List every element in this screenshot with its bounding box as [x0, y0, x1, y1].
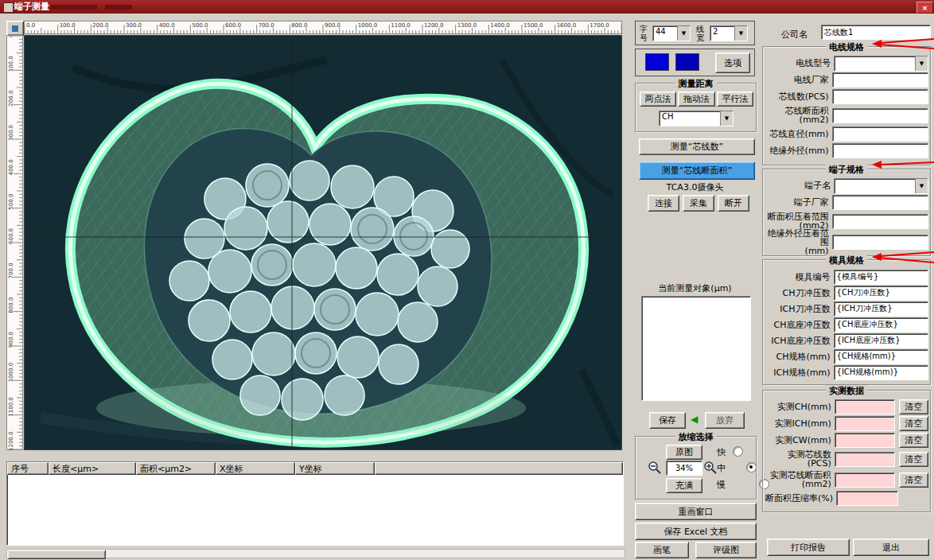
- chevron-down-icon[interactable]: ▼: [915, 56, 928, 71]
- field-input[interactable]: [832, 143, 928, 158]
- field-input[interactable]: {CH规格(mm)}: [834, 349, 928, 364]
- field-input[interactable]: [835, 452, 895, 467]
- pen-button[interactable]: 画笔: [635, 542, 689, 558]
- clear-button[interactable]: 清空: [899, 472, 928, 488]
- column-header-x[interactable]: X坐标: [216, 462, 295, 475]
- svg-text:100.0: 100.0: [8, 56, 14, 72]
- exit-button[interactable]: 退出: [853, 539, 929, 556]
- app-window: 端子测量 × 0.0100.0200.0300.0400.0500.0600.0…: [0, 0, 934, 560]
- two-point-method-button[interactable]: 两点法: [640, 91, 676, 107]
- field-input[interactable]: [832, 126, 928, 142]
- company-label: 公司名: [781, 29, 808, 41]
- speed-mid-radio[interactable]: [746, 462, 757, 472]
- field-input[interactable]: [836, 491, 898, 506]
- line-color-swatch[interactable]: [645, 53, 669, 71]
- specimen-view[interactable]: [24, 35, 622, 450]
- scrollbar-thumb[interactable]: [7, 550, 106, 559]
- clear-button[interactable]: 清空: [899, 452, 928, 467]
- field-input[interactable]: {CH刀冲压数}: [834, 286, 928, 301]
- parallel-method-button[interactable]: 平行法: [717, 91, 753, 107]
- field-select[interactable]: ▼: [834, 178, 928, 194]
- speed-fast-radio[interactable]: [733, 446, 743, 457]
- field-input[interactable]: [832, 214, 928, 229]
- column-header-y[interactable]: Y坐标: [295, 462, 375, 475]
- save-excel-button[interactable]: 保存 Excel 文档: [635, 523, 757, 540]
- fill-color-swatch[interactable]: [675, 53, 699, 71]
- field-input[interactable]: [832, 195, 928, 210]
- chevron-down-icon[interactable]: ▼: [915, 179, 928, 193]
- grade-chart-button[interactable]: 评级图: [695, 542, 757, 558]
- column-header-length[interactable]: 长度<μm>: [49, 462, 136, 475]
- field-label: 绝缘外径(mm): [763, 146, 829, 155]
- ch-select[interactable]: CH ▼: [659, 111, 734, 126]
- field-input[interactable]: {CH底座冲压数}: [834, 317, 928, 332]
- svg-text:400.0: 400.0: [8, 159, 14, 175]
- svg-text:100.0: 100.0: [60, 22, 76, 29]
- measurement-table[interactable]: 序号 长度<μm> 面积<μm2> X坐标 Y坐标: [6, 461, 624, 546]
- line-width-select[interactable]: 2 ▼: [710, 25, 748, 41]
- field-row: 实测CH(mm)清空: [763, 399, 928, 415]
- field-label: CH规格(mm): [763, 352, 831, 361]
- discard-button[interactable]: 放弃: [705, 412, 745, 429]
- column-header-area[interactable]: 面积<μm2>: [136, 462, 216, 475]
- clear-button[interactable]: 清空: [899, 399, 928, 414]
- field-input[interactable]: [835, 399, 895, 414]
- field-input[interactable]: [835, 472, 895, 488]
- field-input[interactable]: [835, 416, 895, 431]
- chevron-down-icon[interactable]: ▼: [734, 26, 747, 41]
- drag-method-button[interactable]: 拖动法: [678, 91, 715, 107]
- field-label: 端子名: [763, 181, 831, 190]
- zoom-out-icon[interactable]: [648, 461, 661, 474]
- terminal-spec-group: 端子规格 端子名▼端子厂家断面积压着范围 (mm2)绝缘外径压着范围 (mm): [762, 169, 931, 256]
- fit-button[interactable]: 充满: [666, 478, 702, 493]
- disconnect-button[interactable]: 断开: [718, 195, 749, 212]
- field-input[interactable]: [832, 72, 928, 88]
- font-size-value: 44: [653, 26, 677, 41]
- field-input[interactable]: [835, 433, 895, 448]
- field-input[interactable]: [832, 235, 928, 250]
- font-size-select[interactable]: 44 ▼: [652, 25, 691, 41]
- ruler-origin-button[interactable]: [6, 21, 24, 36]
- chevron-down-icon[interactable]: ▼: [720, 111, 733, 126]
- measure-core-count-button[interactable]: 测量“芯线数”: [639, 138, 755, 155]
- zoom-in-icon[interactable]: [704, 461, 717, 474]
- field-input[interactable]: {模具编号}: [834, 270, 928, 285]
- svg-text:600.0: 600.0: [225, 22, 241, 29]
- svg-text:800.0: 800.0: [8, 298, 14, 313]
- current-target-list[interactable]: [641, 296, 751, 401]
- original-size-button[interactable]: 原图: [666, 445, 702, 460]
- field-label: CH底座冲压数: [763, 321, 831, 329]
- field-row: 端子厂家: [763, 194, 928, 211]
- print-report-button[interactable]: 打印报告: [767, 539, 850, 556]
- connect-button[interactable]: 连接: [648, 195, 679, 212]
- horizontal-scrollbar[interactable]: [6, 549, 625, 558]
- text-style-box: 字号 44 ▼ 线宽 2 ▼: [635, 21, 755, 45]
- wire-spec-group: 电线规格 电线型号▼电线厂家芯线数(PCS)芯线断面积 (mm2)芯线直径(mm…: [762, 46, 931, 165]
- capture-button[interactable]: 采集: [683, 195, 714, 212]
- svg-text:1000.0: 1000.0: [8, 363, 14, 383]
- save-button[interactable]: 保存: [649, 412, 686, 429]
- options-button[interactable]: 选项: [715, 52, 750, 73]
- field-input[interactable]: [832, 89, 928, 104]
- column-header-index[interactable]: 序号: [7, 462, 49, 475]
- current-target-label: 当前测量对象(μm): [635, 282, 755, 294]
- svg-text:900.0: 900.0: [325, 22, 341, 29]
- svg-text:1100.0: 1100.0: [391, 22, 411, 29]
- measure-core-area-button[interactable]: 测量“芯线断面积”: [639, 161, 755, 180]
- field-input[interactable]: {ICH底座冲压数}: [834, 333, 928, 348]
- close-icon: ×: [922, 4, 928, 12]
- font-size-label: 字号: [640, 25, 651, 42]
- close-button[interactable]: ×: [916, 2, 933, 14]
- field-label: 电线型号: [763, 59, 831, 68]
- field-select[interactable]: ▼: [834, 56, 928, 72]
- svg-text:1100.0: 1100.0: [8, 397, 14, 416]
- svg-text:400.0: 400.0: [159, 22, 175, 29]
- field-label: 断面积压着范围 (mm2): [763, 212, 829, 230]
- field-input[interactable]: {ICH刀冲压数}: [834, 301, 928, 317]
- clear-button[interactable]: 清空: [899, 416, 928, 431]
- redraw-window-button[interactable]: 重画窗口: [635, 503, 757, 520]
- field-input[interactable]: {ICH规格(mm)}: [834, 365, 928, 380]
- clear-button[interactable]: 清空: [899, 433, 928, 448]
- chevron-down-icon[interactable]: ▼: [677, 26, 690, 41]
- field-input[interactable]: [832, 108, 928, 123]
